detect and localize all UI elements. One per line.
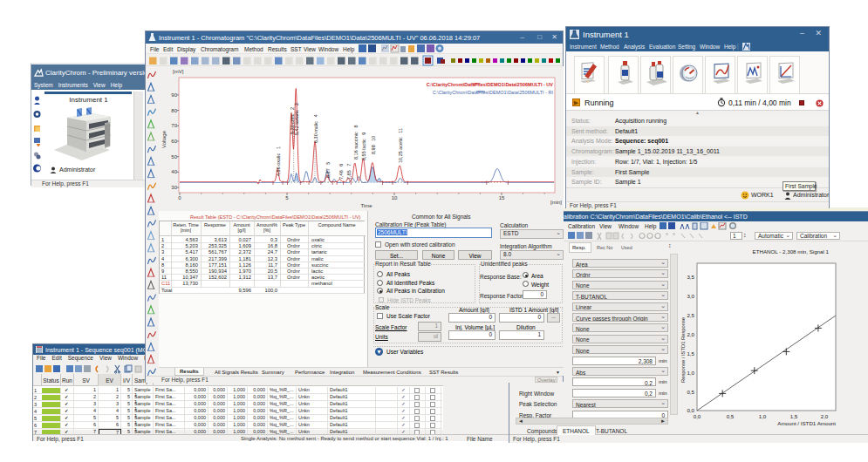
svg-text:0,5: 0,5 <box>727 413 735 419</box>
svg-text:2,0: 2,0 <box>687 331 694 337</box>
svg-text:5: 5 <box>285 195 289 200</box>
svg-text:[min]: [min] <box>550 200 562 205</box>
svg-text:ETHANOL - 2,308 min, Signal 1: ETHANOL - 2,308 min, Signal 1 <box>753 248 830 255</box>
svg-text:1,5: 1,5 <box>790 413 798 419</box>
svg-text:10: 10 <box>392 195 398 200</box>
svg-text:Voltage: Voltage <box>161 130 167 148</box>
svg-text:Response / ISTD1 Response: Response / ISTD1 Response <box>680 317 686 383</box>
svg-text:Time: Time <box>360 203 372 208</box>
svg-text:0,5: 0,5 <box>687 389 694 395</box>
svg-text:3,5: 3,5 <box>687 274 694 280</box>
svg-text:2,5: 2,5 <box>687 312 694 318</box>
svg-text:1,5: 1,5 <box>687 350 694 357</box>
svg-text:1,0: 1,0 <box>687 370 694 376</box>
svg-text:3,0: 3,0 <box>687 293 694 299</box>
svg-text:0,0: 0,0 <box>694 413 701 419</box>
svg-text:0,0: 0,0 <box>687 407 694 413</box>
svg-text:C:\ClarityChrom\DataFiles\DEMO: C:\ClarityChrom\DataFiles\DEMO1\Data\250… <box>427 82 554 87</box>
svg-text:0: 0 <box>178 195 181 200</box>
svg-text:1,0: 1,0 <box>759 413 767 419</box>
svg-text:15: 15 <box>499 195 505 200</box>
svg-text:C:\ClarityChrom\DataFiles\DEMO: C:\ClarityChrom\DataFiles\DEMO1\Data\250… <box>433 90 554 95</box>
svg-text:2,0: 2,0 <box>821 413 829 419</box>
